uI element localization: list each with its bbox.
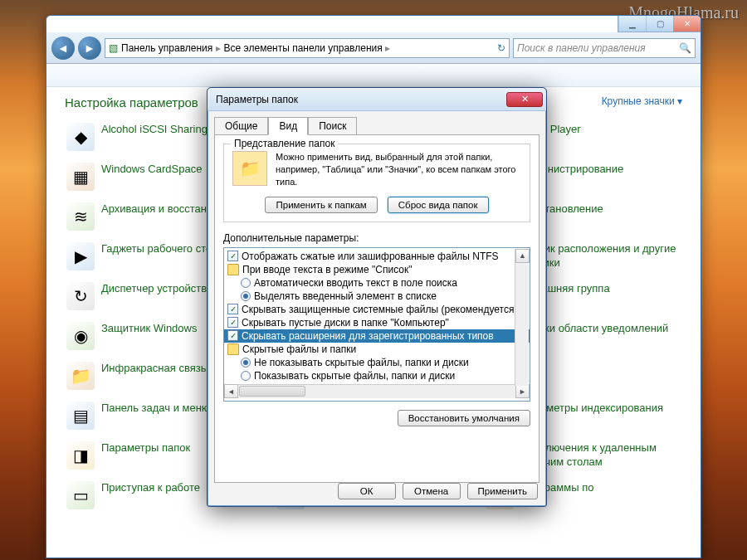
tree-row[interactable]: Не показывать скрытые файлы, папки и дис… (224, 356, 530, 369)
address-bar[interactable]: ▧ Панель управления Все элементы панели … (105, 38, 510, 58)
radio[interactable] (241, 371, 251, 381)
item-icon: ▶ (66, 242, 95, 270)
tree-row[interactable]: ✓Скрывать расширения для зарегистрирован… (224, 329, 530, 343)
breadcrumb-segment[interactable]: Все элементы панели управления (224, 42, 390, 54)
maximize-button[interactable]: ▢ (646, 16, 673, 32)
tree-row[interactable]: ✓Отображать сжатые или зашифрованные фай… (224, 250, 530, 263)
item-icon: ◨ (66, 441, 95, 470)
item-icon: ▤ (66, 402, 95, 430)
dialog-title-text: Параметры папок (216, 94, 298, 105)
tab-pane-view: Представление папок 📁 Можно применить ви… (214, 134, 540, 483)
folder-options-dialog: Параметры папок ✕ Общие Вид Поиск Предст… (207, 87, 547, 507)
back-button[interactable]: ◄ (51, 37, 75, 60)
radio[interactable] (241, 278, 251, 288)
tree-row[interactable]: ✓Скрывать защищенные системные файлы (ре… (224, 303, 530, 316)
window-controls: ▁ ▢ ✕ (618, 16, 701, 32)
item-label: Диспетчер устройств (101, 282, 207, 296)
tree-row[interactable]: Скрытые файлы и папки (224, 343, 530, 356)
tree-label: Скрывать защищенные системные файлы (рек… (242, 304, 517, 315)
scroll-left-button[interactable]: ◄ (224, 384, 238, 398)
item-icon: ◉ (66, 322, 95, 350)
item-label: Параметры папок (101, 441, 190, 455)
horizontal-scrollbar[interactable]: ◄ ► (224, 384, 530, 398)
search-input[interactable]: Поиск в панели управления 🔍 (513, 38, 696, 58)
radio[interactable] (241, 358, 251, 368)
item-icon: ▦ (66, 163, 95, 191)
checkbox[interactable]: ✓ (227, 304, 238, 314)
scroll-right-button[interactable]: ► (515, 384, 530, 398)
tree-label: Показывать скрытые файлы, папки и диски (254, 370, 455, 382)
ok-button[interactable]: ОК (338, 483, 396, 499)
item-label: Гаджеты рабочего стола (101, 242, 224, 256)
dialog-titlebar: Параметры папок ✕ (208, 88, 546, 111)
folder-icon (227, 264, 239, 275)
item-label: Инфракрасная связь (101, 362, 206, 376)
item-label: Windows CardSpace (101, 163, 202, 177)
tab-view[interactable]: Вид (268, 117, 308, 135)
item-label: Приступая к работе (101, 481, 200, 495)
tree-label: Скрывать пустые диски в папке "Компьютер… (242, 317, 449, 329)
tree-row[interactable]: При вводе текста в режиме "Список" (224, 263, 530, 276)
item-icon: ▭ (66, 481, 95, 509)
search-placeholder: Поиск в панели управления (517, 42, 646, 54)
item-icon: ≋ (66, 202, 95, 231)
vertical-scrollbar[interactable]: ▲ (515, 249, 529, 386)
checkbox[interactable]: ✓ (227, 251, 238, 261)
tree-label: Автоматически вводить текст в поле поиск… (254, 277, 457, 289)
refresh-icon[interactable]: ↻ (497, 42, 505, 54)
tree-label: Отображать сжатые или зашифрованные файл… (242, 251, 499, 262)
nav-bar: ◄ ► ▧ Панель управления Все элементы пан… (46, 32, 701, 64)
tree-label: Не показывать скрытые файлы, папки и дис… (254, 357, 469, 368)
tree-row[interactable]: Показывать скрытые файлы, папки и диски (224, 369, 530, 382)
close-button[interactable]: ✕ (673, 16, 701, 32)
restore-defaults-button[interactable]: Восстановить умолчания (398, 410, 530, 426)
apply-button[interactable]: Применить (467, 483, 538, 499)
folder-view-group-title: Представление папок (231, 138, 338, 149)
tree-label: Скрывать расширения для зарегистрированн… (242, 330, 494, 342)
control-panel-icon: ▧ (109, 42, 118, 54)
item-icon: 📁 (66, 362, 95, 390)
view-mode-dropdown[interactable]: Крупные значки ▾ (602, 95, 682, 110)
checkbox[interactable]: ✓ (227, 330, 238, 341)
radio[interactable] (241, 291, 251, 301)
advanced-tree[interactable]: ✓Отображать сжатые или зашифрованные фай… (223, 247, 530, 402)
dialog-close-button[interactable]: ✕ (506, 92, 543, 107)
advanced-label: Дополнительные параметры: (223, 232, 530, 244)
scroll-up-button[interactable]: ▲ (515, 249, 530, 263)
minimize-button[interactable]: ▁ (618, 16, 646, 32)
breadcrumb-segment[interactable]: Панель управления (121, 42, 221, 54)
item-icon: ↻ (66, 282, 95, 310)
tab-general[interactable]: Общие (214, 117, 268, 135)
apply-to-folders-button[interactable]: Применить к папкам (265, 197, 377, 213)
scroll-thumb[interactable] (239, 386, 305, 397)
tree-label: При вводе текста в режиме "Список" (242, 264, 413, 275)
tree-row[interactable]: Выделять введенный элемент в списке (224, 290, 530, 303)
item-icon: ◆ (66, 123, 95, 151)
toolbar-band (46, 64, 701, 87)
page-title: Настройка параметров (65, 95, 198, 110)
folder-view-group: Представление папок 📁 Можно применить ви… (223, 144, 530, 222)
folder-icon (227, 343, 239, 355)
tree-label: Выделять введенный элемент в списке (254, 290, 437, 302)
tree-row[interactable]: Автоматически вводить текст в поле поиск… (224, 276, 530, 290)
reset-folders-button[interactable]: Сброс вида папок (388, 197, 489, 213)
forward-button[interactable]: ► (78, 37, 101, 60)
dialog-tabs: Общие Вид Поиск (208, 111, 546, 134)
search-icon: 🔍 (679, 42, 691, 54)
tab-search[interactable]: Поиск (308, 117, 357, 135)
tree-label: Скрытые файлы и папки (242, 343, 356, 355)
folder-view-desc: Можно применить вид, выбранный для этой … (276, 151, 521, 188)
item-label: Защитник Windows (101, 322, 197, 336)
cancel-button[interactable]: Отмена (403, 483, 461, 499)
checkbox[interactable]: ✓ (227, 317, 238, 328)
tree-row[interactable]: ✓Скрывать пустые диски в папке "Компьюте… (224, 316, 530, 329)
folder-view-icon: 📁 (232, 151, 267, 186)
